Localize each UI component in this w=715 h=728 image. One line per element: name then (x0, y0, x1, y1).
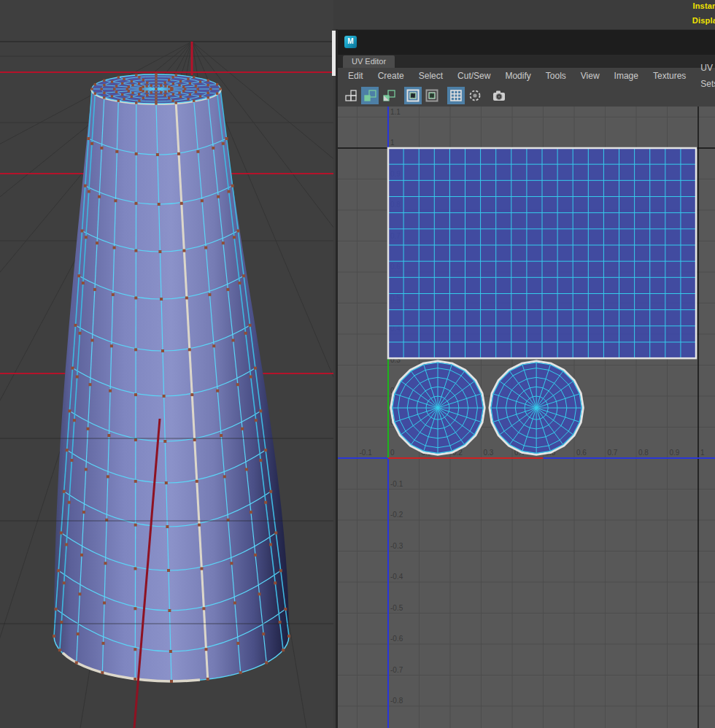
v-tick-1: 1 (390, 139, 395, 147)
menu-edit[interactable]: Edit (341, 68, 371, 84)
uv-shell-body[interactable] (388, 148, 696, 358)
v-tick--0.8: -0.8 (390, 697, 403, 705)
uv-snapshot-icon (492, 88, 506, 103)
uv-editor-window: M UV Editor EditCreateSelectCut/SewModif… (336, 29, 715, 728)
u-tick--0.1: -0.1 (360, 449, 373, 457)
shell-fade-button[interactable] (380, 87, 398, 104)
menu-modify[interactable]: Modify (498, 68, 538, 84)
menu-image[interactable]: Image (607, 68, 646, 84)
v-tick-1.1: 1.1 (390, 108, 401, 116)
menu-tools[interactable]: Tools (538, 68, 573, 84)
shell-fill-icon (363, 88, 377, 103)
menu-create[interactable]: Create (371, 68, 411, 84)
u-tick-0.8: 0.8 (638, 449, 649, 457)
window-titlebar[interactable]: M (338, 29, 715, 55)
border-frame-icon (406, 88, 420, 103)
border-frame-alt-icon (425, 88, 439, 103)
v-tick--0.1: -0.1 (390, 480, 403, 488)
v-tick--0.5: -0.5 (390, 604, 403, 612)
uv-shell-cap-2[interactable] (490, 361, 583, 454)
viewport-3d-canvas[interactable] (0, 0, 333, 728)
uv-toolbar (338, 84, 715, 108)
uv-shell-cap-1[interactable] (391, 361, 484, 454)
u-tick-0.3: 0.3 (484, 449, 494, 457)
u-tick-1: 1 (700, 449, 705, 457)
v-tick--0.6: -0.6 (390, 635, 403, 643)
uv-snapshot-button[interactable] (490, 87, 508, 104)
menu-cut-sew[interactable]: Cut/Sew (450, 68, 498, 84)
v-tick--0.2: -0.2 (390, 511, 403, 519)
maya-app-icon: M (344, 36, 357, 48)
v-tick--0.4: -0.4 (390, 573, 403, 581)
tab-uv-editor[interactable]: UV Editor (343, 55, 395, 68)
tab-strip: UV Editor (338, 55, 715, 68)
shell-fill-button[interactable] (361, 87, 379, 104)
menu-uv-sets[interactable]: UV Sets (693, 60, 715, 92)
u-tick-0.7: 0.7 (608, 449, 618, 457)
v-tick--0.7: -0.7 (390, 666, 403, 674)
u-tick-0.9: 0.9 (670, 449, 680, 457)
v-tick--0.3: -0.3 (390, 542, 403, 550)
border-frame-alt-button[interactable] (423, 87, 441, 104)
uv-editor-canvas[interactable]: -0.100.10.20.30.40.50.60.70.80.911.110.9… (338, 107, 715, 728)
menu-bar: EditCreateSelectCut/SewModifyToolsViewIm… (338, 68, 715, 84)
maya-screen: { "hud": { "color": "#f2e400", "line1": … (0, 0, 715, 728)
pixel-snap-button[interactable] (466, 87, 484, 104)
tile-layout-button[interactable] (342, 87, 360, 104)
shell-fade-icon (382, 88, 396, 103)
u-tick-0: 0 (390, 449, 395, 457)
menu-view[interactable]: View (573, 68, 607, 84)
hud-message-display: Displa (692, 16, 715, 25)
pixel-grid-icon (449, 88, 463, 103)
u-tick-0.6: 0.6 (576, 449, 587, 457)
pixel-grid-button[interactable] (447, 87, 465, 104)
hud-message-instance: Instan (692, 1, 715, 10)
border-frame-button[interactable] (404, 87, 422, 104)
cone-mesh[interactable] (53, 73, 290, 683)
menu-textures[interactable]: Textures (646, 68, 693, 84)
menu-select[interactable]: Select (411, 68, 450, 84)
pixel-snap-icon (468, 88, 482, 103)
tile-layout-icon (344, 88, 358, 103)
